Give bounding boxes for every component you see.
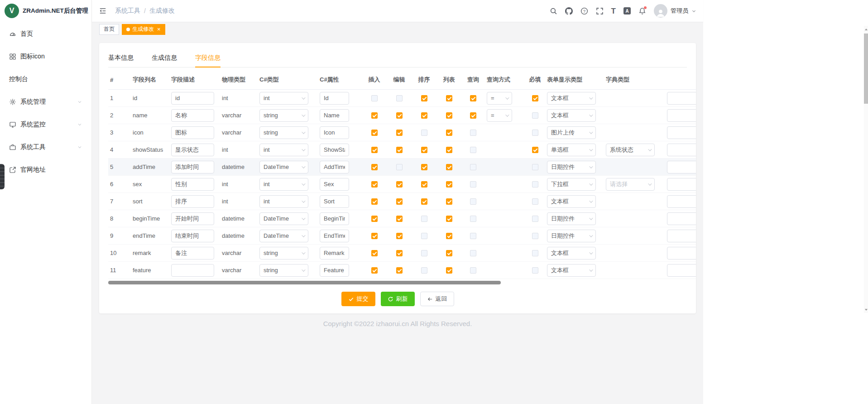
csharp-type-select[interactable]: string (259, 126, 308, 139)
extra-field-input[interactable] (667, 264, 696, 277)
sort-checkbox[interactable] (421, 267, 427, 274)
insert-checkbox[interactable] (371, 112, 378, 119)
edit-checkbox[interactable] (396, 181, 403, 188)
list-checkbox[interactable] (446, 164, 452, 170)
list-checkbox[interactable] (446, 250, 452, 256)
field-description-input[interactable] (171, 109, 214, 122)
fullscreen-icon[interactable] (596, 7, 604, 15)
display-type-select[interactable]: 图片上传 (547, 126, 596, 139)
csharp-type-select[interactable]: int (259, 92, 308, 105)
query-method-select[interactable]: = (487, 92, 512, 105)
edit-checkbox[interactable] (396, 95, 403, 101)
tag-home[interactable]: 首页 (99, 24, 119, 35)
help-icon[interactable]: ? (580, 7, 588, 15)
query-checkbox[interactable] (470, 181, 476, 188)
sort-checkbox[interactable] (421, 250, 427, 256)
extra-field-input[interactable] (667, 230, 696, 242)
csharp-property-input[interactable] (320, 144, 349, 156)
required-checkbox[interactable] (532, 147, 538, 153)
edit-checkbox[interactable] (396, 198, 403, 205)
settings-drawer-handle[interactable] (0, 164, 5, 189)
sort-checkbox[interactable] (421, 233, 427, 239)
csharp-property-input[interactable] (320, 109, 349, 122)
font-size-icon[interactable]: T (611, 7, 616, 15)
tab-generate-info[interactable]: 生成信息 (152, 50, 177, 67)
sort-checkbox[interactable] (421, 95, 427, 101)
insert-checkbox[interactable] (371, 164, 378, 170)
csharp-property-input[interactable] (320, 264, 349, 277)
dict-type-select[interactable]: 请选择 (606, 178, 655, 191)
list-checkbox[interactable] (446, 130, 452, 136)
display-type-select[interactable]: 日期控件 (547, 230, 596, 242)
csharp-type-select[interactable]: int (259, 178, 308, 191)
breadcrumb-system-tools[interactable]: 系统工具 (115, 7, 140, 15)
edit-checkbox[interactable] (396, 147, 403, 153)
extra-field-input[interactable] (667, 144, 696, 156)
csharp-type-select[interactable]: DateTime (259, 212, 308, 225)
edit-checkbox[interactable] (396, 112, 403, 119)
tab-field-info[interactable]: 字段信息 (195, 50, 221, 67)
list-checkbox[interactable] (446, 112, 452, 119)
display-type-select[interactable]: 文本框 (547, 195, 596, 208)
tag-generate-edit[interactable]: 生成修改 × (122, 24, 165, 35)
user-dropdown[interactable]: 管理员 (654, 4, 696, 18)
app-logo[interactable]: V ZRAdmin.NET后台管理 (0, 0, 91, 22)
dict-type-select[interactable]: 系统状态 (606, 144, 655, 156)
scroll-down-arrow[interactable] (864, 306, 868, 313)
sort-checkbox[interactable] (421, 164, 427, 170)
required-checkbox[interactable] (532, 267, 538, 274)
sort-checkbox[interactable] (421, 147, 427, 153)
csharp-property-input[interactable] (320, 230, 349, 242)
field-description-input[interactable] (171, 230, 214, 242)
sidebar-item-console[interactable]: 控制台 (0, 68, 91, 91)
insert-checkbox[interactable] (371, 198, 378, 205)
query-checkbox[interactable] (470, 130, 476, 136)
sidebar-item-icons[interactable]: 图标icon (0, 45, 91, 68)
refresh-button[interactable]: 刷新 (381, 292, 415, 306)
field-description-input[interactable] (171, 264, 214, 277)
field-description-input[interactable] (171, 144, 214, 156)
field-description-input[interactable] (171, 212, 214, 225)
csharp-type-select[interactable]: DateTime (259, 230, 308, 242)
query-checkbox[interactable] (470, 147, 476, 153)
required-checkbox[interactable] (532, 250, 538, 256)
display-type-select[interactable]: 日期控件 (547, 161, 596, 173)
notification-bell-icon[interactable] (638, 7, 646, 15)
csharp-type-select[interactable]: string (259, 264, 308, 277)
insert-checkbox[interactable] (371, 181, 378, 188)
csharp-type-select[interactable]: int (259, 195, 308, 208)
display-type-select[interactable]: 文本框 (547, 264, 596, 277)
required-checkbox[interactable] (532, 233, 538, 239)
insert-checkbox[interactable] (371, 95, 378, 101)
sidebar-item-home[interactable]: 首页 (0, 23, 91, 45)
edit-checkbox[interactable] (396, 130, 403, 136)
sort-checkbox[interactable] (421, 198, 427, 205)
csharp-property-input[interactable] (320, 178, 349, 191)
field-description-input[interactable] (171, 161, 214, 173)
tab-basic-info[interactable]: 基本信息 (108, 50, 134, 67)
insert-checkbox[interactable] (371, 233, 378, 239)
query-checkbox[interactable] (470, 112, 476, 119)
extra-field-input[interactable] (667, 247, 696, 260)
display-type-select[interactable]: 日期控件 (547, 212, 596, 225)
query-checkbox[interactable] (470, 95, 476, 101)
tag-close-icon[interactable]: × (157, 26, 161, 32)
github-icon[interactable] (565, 7, 573, 15)
extra-field-input[interactable] (667, 212, 696, 225)
sort-checkbox[interactable] (421, 181, 427, 188)
display-type-select[interactable]: 文本框 (547, 247, 596, 260)
list-checkbox[interactable] (446, 147, 452, 153)
insert-checkbox[interactable] (371, 147, 378, 153)
query-checkbox[interactable] (470, 216, 476, 222)
query-checkbox[interactable] (470, 233, 476, 239)
insert-checkbox[interactable] (371, 130, 378, 136)
required-checkbox[interactable] (532, 130, 538, 136)
required-checkbox[interactable] (532, 216, 538, 222)
extra-field-input[interactable] (667, 178, 696, 191)
required-checkbox[interactable] (532, 181, 538, 188)
edit-checkbox[interactable] (396, 233, 403, 239)
list-checkbox[interactable] (446, 216, 452, 222)
sidebar-item-system-monitor[interactable]: 系统监控 (0, 113, 91, 136)
sort-checkbox[interactable] (421, 216, 427, 222)
csharp-property-input[interactable] (320, 161, 349, 173)
